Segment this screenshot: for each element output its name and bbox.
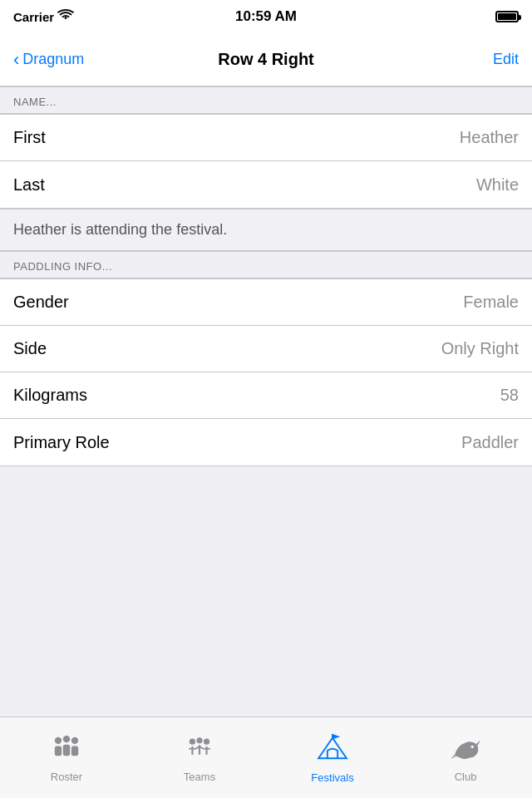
club-icon xyxy=(449,733,482,767)
club-label: Club xyxy=(455,771,477,783)
attending-info: Heather is attending the festival. xyxy=(0,209,532,251)
kilograms-value: 58 xyxy=(500,386,519,405)
content-area: NAME... First Heather Last White Heather… xyxy=(0,86,532,717)
back-chevron-icon: ‹ xyxy=(13,51,19,69)
carrier-text: Carrier xyxy=(13,10,54,24)
wifi-icon xyxy=(57,9,74,25)
primary-role-value: Paddler xyxy=(461,433,519,452)
svg-rect-5 xyxy=(71,746,78,756)
gender-row[interactable]: Gender Female xyxy=(0,279,532,326)
teams-icon xyxy=(183,733,216,767)
side-row[interactable]: Side Only Right xyxy=(0,326,532,372)
battery-icon xyxy=(495,11,519,22)
tab-club[interactable]: Club xyxy=(399,733,532,783)
gender-label: Gender xyxy=(13,293,69,312)
nav-title: Row 4 Right xyxy=(218,50,314,69)
tab-bar: Roster Teams xyxy=(0,717,532,798)
paddling-section-header: PADDLING INFO... xyxy=(0,251,532,278)
edit-button[interactable]: Edit xyxy=(493,51,519,68)
first-name-label: First xyxy=(13,128,46,147)
nav-bar: ‹ Dragnum Row 4 Right Edit xyxy=(0,33,532,86)
status-bar: Carrier 10:59 AM xyxy=(0,0,532,33)
svg-rect-3 xyxy=(55,746,62,756)
kilograms-label: Kilograms xyxy=(13,386,87,405)
svg-marker-17 xyxy=(332,734,340,739)
first-name-value: Heather xyxy=(460,128,519,147)
svg-rect-4 xyxy=(63,744,70,755)
svg-point-2 xyxy=(71,736,78,743)
kilograms-row[interactable]: Kilograms 58 xyxy=(0,372,532,419)
last-name-value: White xyxy=(476,175,519,195)
svg-point-7 xyxy=(196,737,202,743)
last-name-label: Last xyxy=(13,175,45,195)
name-section-header: NAME... xyxy=(0,86,532,114)
side-label: Side xyxy=(13,339,47,358)
back-label: Dragnum xyxy=(22,51,84,68)
tab-roster[interactable]: Roster xyxy=(0,733,133,783)
festivals-icon xyxy=(316,732,349,768)
svg-point-6 xyxy=(190,738,195,744)
primary-role-row[interactable]: Primary Role Paddler xyxy=(0,419,532,466)
svg-point-0 xyxy=(55,736,62,743)
status-time: 10:59 AM xyxy=(235,8,297,25)
roster-icon xyxy=(50,733,83,767)
side-value: Only Right xyxy=(441,339,519,358)
back-button[interactable]: ‹ Dragnum xyxy=(13,51,84,69)
roster-label: Roster xyxy=(51,771,82,783)
paddling-fields-group: Gender Female Side Only Right Kilograms … xyxy=(0,278,532,466)
tab-teams[interactable]: Teams xyxy=(133,733,266,783)
primary-role-label: Primary Role xyxy=(13,433,110,452)
first-name-row[interactable]: First Heather xyxy=(0,115,532,161)
gender-value: Female xyxy=(463,293,519,312)
svg-point-1 xyxy=(63,736,70,742)
tab-festivals[interactable]: Festivals xyxy=(266,732,399,784)
last-name-row[interactable]: Last White xyxy=(0,161,532,208)
festivals-label: Festivals xyxy=(311,771,353,784)
teams-label: Teams xyxy=(184,771,215,783)
name-fields-group: First Heather Last White xyxy=(0,114,532,209)
svg-point-8 xyxy=(204,738,209,744)
svg-point-18 xyxy=(471,745,474,747)
